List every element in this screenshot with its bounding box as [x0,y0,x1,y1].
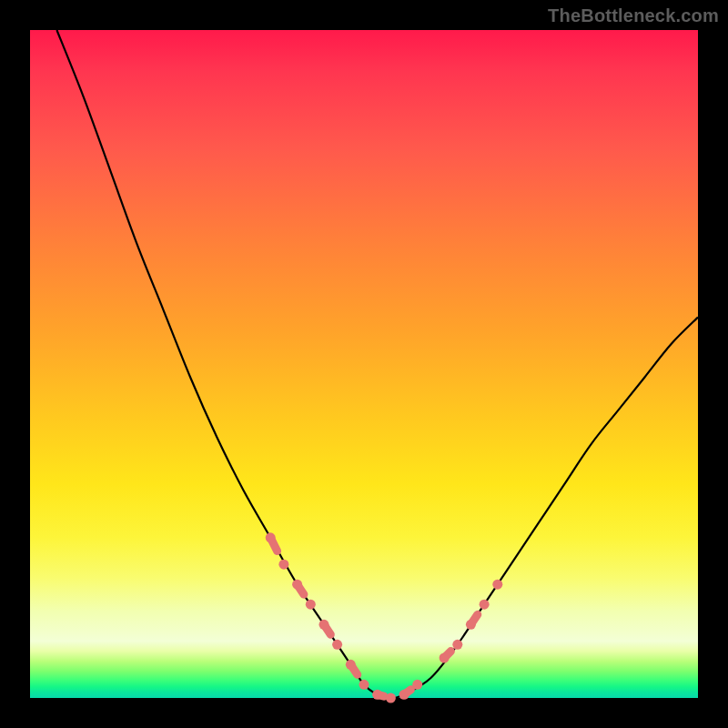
marker-segment [350,664,357,674]
marker-dot [480,600,490,610]
marker-dot [278,560,288,570]
marker-segment [298,584,304,594]
marker-segment [378,694,384,696]
marker-dot [386,693,396,703]
marker-dot [359,680,369,690]
marker-segment [404,690,410,695]
marker-dot [306,600,316,610]
curve-layer [30,30,698,698]
marker-group [266,532,503,703]
bottleneck-curve [56,30,698,698]
chart-frame: TheBottleneck.com [0,0,728,728]
marker-segment [270,538,277,551]
marker-segment [444,652,450,658]
marker-dot [412,680,422,690]
marker-dot [492,580,502,590]
plot-area [30,30,698,698]
marker-segment [470,614,477,624]
marker-dot [452,640,462,650]
watermark-text: TheBottleneck.com [548,5,719,26]
marker-dot [332,640,342,650]
marker-segment [324,624,330,634]
